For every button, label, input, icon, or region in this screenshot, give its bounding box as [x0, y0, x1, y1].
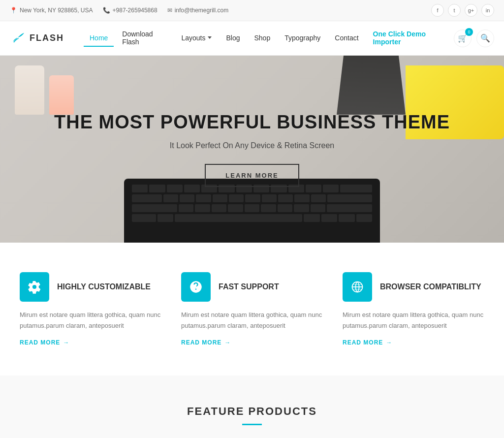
location-item: 📍 New York, NY 928865, USA — [10, 7, 93, 14]
hero-bottle-decor-2 — [49, 75, 74, 115]
key — [356, 214, 372, 222]
linkedin-icon[interactable]: in — [481, 4, 494, 17]
location-text: New York, NY 928865, USA — [20, 7, 93, 14]
logo-bird-icon — [10, 31, 26, 46]
key — [327, 204, 372, 212]
email-text: info@themegrill.com — [175, 7, 229, 14]
hero-title: THE MOST POWERFUL BUSINESS THEME — [54, 111, 450, 134]
key — [278, 204, 293, 212]
key — [304, 214, 319, 222]
facebook-icon[interactable]: f — [431, 4, 444, 17]
key — [294, 194, 309, 202]
key — [163, 194, 178, 202]
spacebar-key — [175, 214, 302, 222]
learn-more-button[interactable]: LEARN MORE — [205, 164, 299, 187]
hero-section: THE MOST POWERFUL BUSINESS THEME It Look… — [0, 56, 504, 243]
gear-icon — [28, 280, 41, 294]
nav-contact[interactable]: Contact — [329, 30, 364, 47]
phone-icon: 📞 — [103, 7, 110, 14]
hero-bottle-decor-1 — [15, 65, 44, 115]
feature-icon-3 — [343, 272, 372, 302]
nav-menu: Home Download Flash Layouts Blog Shop Ty… — [84, 26, 454, 51]
feature-support: FAST SUPPORT Mirum est notare quam litte… — [181, 272, 323, 346]
search-button[interactable]: 🔍 — [476, 30, 494, 47]
nav-home[interactable]: Home — [84, 30, 114, 47]
nav-shop[interactable]: Shop — [248, 30, 276, 47]
key — [213, 194, 227, 202]
key — [278, 194, 293, 202]
key — [228, 204, 243, 212]
phone-item: 📞 +987-265945868 — [103, 7, 158, 14]
hero-keyboard-decor — [124, 179, 380, 243]
hero-content: THE MOST POWERFUL BUSINESS THEME It Look… — [54, 111, 450, 188]
top-bar-left: 📍 New York, NY 928865, USA 📞 +987-265945… — [10, 7, 228, 14]
key — [294, 204, 309, 212]
support-icon — [189, 280, 203, 294]
key — [339, 214, 354, 222]
key — [132, 204, 177, 212]
search-icon: 🔍 — [480, 33, 490, 43]
key — [212, 204, 227, 212]
email-icon: ✉ — [167, 7, 172, 14]
feature-icon-2 — [181, 272, 211, 302]
hero-subtitle: It Look Perfect On Any Device & Retina S… — [54, 141, 450, 150]
feature-icon-1 — [20, 272, 49, 302]
feature-title-3: BROWSER COMPATIBLITY — [380, 282, 481, 291]
arrow-icon-1: → — [63, 339, 69, 346]
feature-title-1: HIGHLY CUSTOMIZABLE — [57, 282, 151, 291]
logo[interactable]: FLASH — [10, 31, 64, 46]
key — [179, 204, 194, 212]
read-more-2[interactable]: READ MORE → — [181, 339, 323, 346]
key — [311, 194, 326, 202]
nav-right: 🛒 0 🔍 — [454, 30, 494, 47]
phone-text: +987-265945868 — [113, 7, 158, 14]
features-section: HIGHLY CUSTOMIZABLE Mirum est notare qua… — [0, 243, 504, 375]
top-bar: 📍 New York, NY 928865, USA 📞 +987-265945… — [0, 0, 504, 21]
social-icons: f t g+ in — [431, 4, 494, 17]
arrow-icon-3: → — [386, 339, 392, 346]
read-more-3[interactable]: READ MORE → — [343, 339, 484, 346]
twitter-icon[interactable]: t — [448, 4, 461, 17]
hero-pencils-decor — [337, 56, 406, 115]
feature-title-2: FAST SUPPORT — [219, 282, 279, 291]
cart-button[interactable]: 🛒 0 — [454, 30, 472, 47]
key — [245, 204, 260, 212]
key — [327, 194, 372, 202]
key — [229, 194, 244, 202]
key — [321, 214, 337, 222]
read-more-1[interactable]: READ MORE → — [20, 339, 161, 346]
nav-blog[interactable]: Blog — [220, 30, 246, 47]
key — [195, 204, 210, 212]
feature-desc-3: Mirum est notare quam littera gothica, q… — [343, 310, 484, 331]
cart-badge: 0 — [465, 28, 473, 36]
key — [196, 194, 211, 202]
key — [132, 214, 156, 222]
products-title: FEATURE PRODUCTS — [20, 405, 484, 418]
nav-one-click-demo[interactable]: One Click Demo Importer — [367, 26, 454, 51]
key — [158, 214, 173, 222]
products-section: FEATURE PRODUCTS Collaboratively adminis… — [0, 375, 504, 438]
key — [132, 194, 162, 202]
arrow-icon-2: → — [224, 339, 231, 346]
logo-text: FLASH — [30, 33, 64, 43]
feature-browser: BROWSER COMPATIBLITY Mirum est notare qu… — [343, 272, 484, 346]
navbar: FLASH Home Download Flash Layouts Blog S… — [0, 21, 504, 56]
key — [311, 204, 326, 212]
key — [180, 194, 194, 202]
products-divider — [242, 424, 262, 425]
email-item: ✉ info@themegrill.com — [167, 7, 229, 14]
nav-download-flash[interactable]: Download Flash — [116, 26, 173, 51]
googleplus-icon[interactable]: g+ — [465, 4, 477, 17]
feature-desc-1: Mirum est notare quam littera gothica, q… — [20, 310, 161, 331]
layouts-chevron-icon — [208, 36, 212, 39]
feature-header-3: BROWSER COMPATIBLITY — [343, 272, 484, 302]
location-icon: 📍 — [10, 7, 17, 14]
key — [245, 194, 260, 202]
nav-layouts[interactable]: Layouts — [175, 30, 218, 47]
key — [262, 194, 277, 202]
nav-typography[interactable]: Typography — [279, 30, 326, 47]
feature-header-2: FAST SUPPORT — [181, 272, 323, 302]
browser-icon — [350, 280, 364, 294]
feature-customizable: HIGHLY CUSTOMIZABLE Mirum est notare qua… — [20, 272, 161, 346]
feature-header-1: HIGHLY CUSTOMIZABLE — [20, 272, 161, 302]
